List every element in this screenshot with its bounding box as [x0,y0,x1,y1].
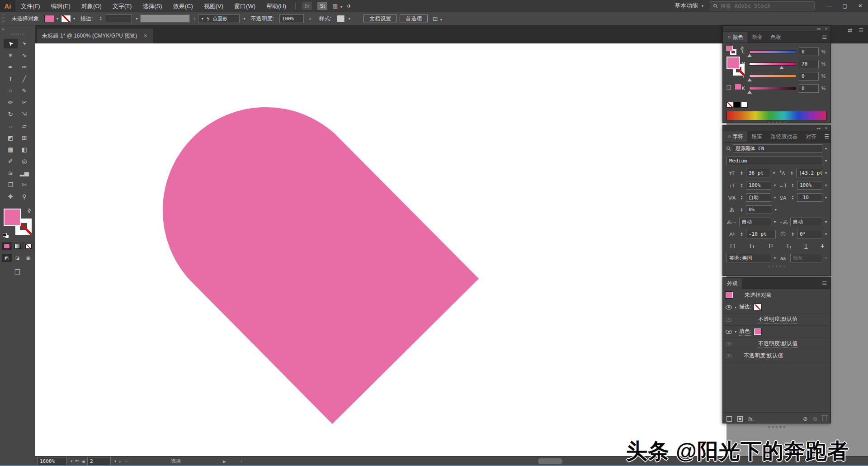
black-slider[interactable] [749,87,796,90]
panel-resize-grip[interactable] [723,120,830,124]
none-mode-button[interactable] [24,242,33,250]
tool-slice[interactable]: ✄ [18,180,32,190]
font-family-field[interactable]: 思源黑体 CN [733,144,822,153]
collapse-panel-icon[interactable]: ◂◂ [816,27,820,31]
cyan-value-field[interactable]: 0 [799,48,819,56]
tool-magic-wand[interactable]: ✶ [4,51,18,60]
small-caps-button[interactable]: Tᴛ [749,243,755,249]
dock-menu-icon[interactable]: ☰ [859,27,863,33]
strikethrough-button[interactable]: T [821,243,824,249]
delete-item-icon[interactable] [822,416,827,421]
menu-help[interactable]: 帮助(H) [261,0,292,12]
horizontal-scale-stepper[interactable]: ▲▼ [790,183,795,188]
tracking-field[interactable]: -10 [797,193,822,202]
fill-proxy-swatch[interactable] [4,209,21,226]
close-button[interactable]: ✕ [853,0,868,12]
status-collapse-icon[interactable]: ‹ [241,459,242,464]
tool-scale[interactable]: ⇲ [18,109,32,119]
draw-behind-button[interactable]: ◪ [13,254,23,262]
tool-lasso[interactable]: ∿ [18,51,32,60]
artboard[interactable] [35,43,726,456]
opacity-link[interactable]: 不透明度:默认值 [758,340,797,348]
visibility-eye-icon[interactable] [726,305,732,309]
duplicate-item-icon[interactable]: ⧉ [813,416,817,422]
tool-blend[interactable]: ◎ [18,157,32,166]
search-input[interactable] [721,3,811,9]
menu-edit[interactable]: 编辑(E) [46,0,76,12]
prev-artboard-icon[interactable]: ◀ [81,459,85,464]
tool-rotate[interactable]: ↻ [4,109,18,119]
space-before-field[interactable]: 自动 [739,218,771,226]
collapse-panel-icon[interactable]: ◂◂ [816,126,820,130]
stroke-weight-field[interactable] [106,14,132,23]
tool-paintbrush[interactable]: ✎ [18,86,32,95]
panel-resize-grip[interactable] [723,264,830,268]
tool-zoom[interactable]: ⚲ [18,192,32,201]
control-bar-grip[interactable] [2,14,5,23]
close-tab-icon[interactable]: ✕ [143,33,147,39]
collapse-toolbar-icon[interactable]: « [2,26,5,32]
tool-shape-builder[interactable]: ◩ [4,133,18,143]
add-stroke-icon[interactable] [726,416,732,422]
baseline-shift-stepper[interactable]: ▲▼ [739,232,744,237]
tab-swatches[interactable]: 色板 [766,32,785,43]
tool-ellipse[interactable]: ○ [4,86,18,95]
fill-color-dropdown[interactable]: ▾ [44,15,58,22]
subscript-button[interactable]: T₁ [786,243,791,249]
vertical-scale-stepper[interactable]: ▲▼ [739,183,744,188]
leading-stepper[interactable]: ▲▼ [789,171,794,176]
horizontal-scale-field[interactable]: 100% [797,181,822,190]
panel-resize-grip[interactable] [723,425,830,429]
stroke-attribute-label[interactable]: 描边: [739,303,751,311]
fill-swatch[interactable] [44,15,54,22]
minimize-button[interactable]: — [822,0,837,12]
opacity-link[interactable]: 不透明度:默认值 [744,352,783,360]
tool-gradient[interactable]: ◧ [18,145,32,154]
menu-file[interactable]: 文件(F) [15,0,46,12]
visibility-eye-icon[interactable] [726,354,732,358]
close-panel-icon[interactable]: ✕ [825,27,828,31]
vertical-scale-field[interactable]: 100% [746,181,771,190]
color-spectrum-bar[interactable] [726,111,827,120]
font-size-stepper[interactable]: ▲▼ [739,171,744,176]
font-style-field[interactable]: Medium [726,157,822,165]
font-size-field[interactable]: 36 pt [746,169,770,177]
brush-definition-dropdown[interactable]: • 5 点圆形 [198,14,240,23]
menu-type[interactable]: 文字(T) [107,0,137,12]
none-swatch[interactable] [726,102,733,108]
rocket-icon[interactable]: ✈ [347,3,352,10]
tracking-stepper[interactable]: ▲▼ [790,195,795,200]
stock-button[interactable]: St [317,2,327,10]
tool-selection[interactable]: ➤ [4,39,18,48]
tool-curvature[interactable]: ✑ [18,62,32,72]
menu-object[interactable]: 对象(O) [76,0,107,12]
tool-scissors[interactable]: ✂ [18,98,32,107]
tool-direct-selection[interactable]: ➢ [18,39,32,48]
arrange-documents-icon[interactable]: ▦ ▾ [332,3,342,10]
tab-gradient[interactable]: 渐变 [747,32,766,43]
cyan-slider[interactable] [749,50,796,53]
stroke-opacity-row[interactable]: 不透明度:默认值 [723,314,830,326]
yellow-slider[interactable] [749,75,796,78]
toolbar-grip[interactable] [11,33,24,35]
close-panel-icon[interactable]: ✕ [825,126,828,130]
opacity-link[interactable]: 不透明度:默认值 [758,315,797,323]
preferences-button[interactable]: 首选项 [400,14,428,23]
yellow-value-field[interactable]: 0 [799,72,819,81]
document-tab[interactable]: 未标题-1* @ 1600% (CMYK/GPU 预览) ✕ [36,28,153,43]
menu-view[interactable]: 视图(V) [198,0,229,12]
character-rotation-stepper[interactable]: ▲▼ [790,232,795,237]
more-options-icon[interactable]: ⊡ ▾ [433,15,442,22]
superscript-button[interactable]: T¹ [768,243,773,249]
stroke-weight-stepper[interactable]: ▲▼ [98,16,103,21]
baseline-shift-field[interactable]: -10 pt [746,230,776,238]
tab-paragraph[interactable]: 段落 [747,131,766,142]
tool-line-segment[interactable]: ╱ [18,74,32,84]
character-rotation-field[interactable]: 0° [797,230,822,238]
expand-chevron-icon[interactable]: ▾ [735,330,736,334]
gradient-mode-button[interactable] [13,242,23,250]
status-arrow-icon[interactable]: ▶ [223,459,226,464]
pink-shape[interactable] [163,107,479,424]
proportional-spacing-stepper[interactable]: ▲▼ [739,208,744,212]
tab-character[interactable]: ◇ 字符 [723,131,747,142]
